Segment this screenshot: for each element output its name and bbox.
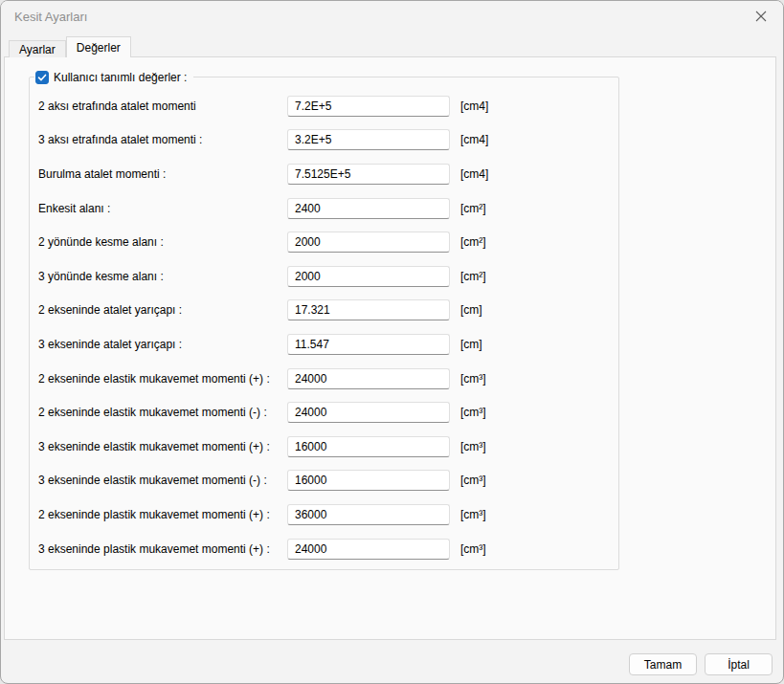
close-button[interactable] <box>739 2 782 31</box>
field-label: 2 aksı etrafında atalet momenti <box>38 99 287 113</box>
unit-label: [cm4] <box>460 133 488 146</box>
field-label: 3 yönünde kesme alanı : <box>38 270 287 283</box>
unit-label: [cm³] <box>460 440 486 453</box>
value-input[interactable] <box>287 539 450 560</box>
values-form: 2 aksı etrafında atalet momenti [cm4] 3 … <box>30 89 618 565</box>
unit-label: [cm³] <box>460 372 486 386</box>
value-input[interactable] <box>287 368 450 389</box>
unit-label: [cm] <box>460 303 482 317</box>
field-label: 3 ekseninde plastik mukavemet momenti (+… <box>38 542 287 556</box>
form-row: Enkesit alanı : [cm²] <box>30 191 618 226</box>
value-input[interactable] <box>287 470 450 491</box>
tabpage-degerler: Kullanıcı tanımlı değerler : 2 aksı etra… <box>4 56 776 640</box>
form-row: 2 aksı etrafında atalet momenti [cm4] <box>30 89 618 123</box>
value-input[interactable] <box>287 232 450 253</box>
field-label: 3 ekseninde atalet yarıçapı : <box>38 338 287 351</box>
unit-label: [cm³] <box>460 406 486 419</box>
field-label: 2 yönünde kesme alanı : <box>38 235 287 249</box>
form-row: 2 ekseninde elastik mukavemet momenti (-… <box>30 395 618 430</box>
field-label: Burulma atalet momenti : <box>38 167 287 181</box>
field-label: 3 ekseninde elastik mukavemet momenti (-… <box>38 474 287 487</box>
field-label: 2 ekseninde atalet yarıçapı : <box>38 303 287 317</box>
value-input[interactable] <box>287 504 450 525</box>
user-defined-values-label: Kullanıcı tanımlı değerler : <box>54 71 187 84</box>
form-row: Burulma atalet momenti : [cm4] <box>30 157 618 191</box>
form-row: 2 yönünde kesme alanı : [cm²] <box>30 225 618 259</box>
unit-label: [cm] <box>460 338 482 351</box>
unit-label: [cm4] <box>460 167 488 181</box>
value-input[interactable] <box>287 129 450 150</box>
unit-label: [cm²] <box>460 270 486 283</box>
unit-label: [cm4] <box>460 99 488 113</box>
tabstrip: Ayarlar Değerler <box>9 36 131 57</box>
value-input[interactable] <box>287 96 450 117</box>
tab-ayarlar-label: Ayarlar <box>19 43 56 56</box>
field-label: 3 aksı etrafında atalet momenti : <box>38 133 287 146</box>
unit-label: [cm²] <box>460 202 486 215</box>
tab-degerler[interactable]: Değerler <box>66 36 131 57</box>
unit-label: [cm³] <box>460 508 486 521</box>
user-defined-values-groupbox: Kullanıcı tanımlı değerler : 2 aksı etra… <box>29 77 619 570</box>
form-row: 2 ekseninde elastik mukavemet momenti (+… <box>30 362 618 396</box>
unit-label: [cm³] <box>460 542 486 556</box>
close-icon <box>755 11 767 22</box>
field-label: 3 ekseninde elastik mukavemet momenti (+… <box>38 440 287 453</box>
value-input[interactable] <box>287 164 450 185</box>
user-defined-values-checkbox[interactable] <box>35 71 49 84</box>
checkmark-icon <box>37 73 47 82</box>
window-title: Kesit Ayarları <box>14 10 87 24</box>
value-input[interactable] <box>287 266 450 287</box>
ok-button[interactable]: Tamam <box>629 653 697 675</box>
form-row: 3 ekseninde elastik mukavemet momenti (-… <box>30 464 618 498</box>
tab-ayarlar[interactable]: Ayarlar <box>9 40 66 57</box>
field-label: 2 ekseninde elastik mukavemet momenti (+… <box>38 372 287 386</box>
value-input[interactable] <box>287 198 450 219</box>
value-input[interactable] <box>287 299 450 320</box>
form-row: 3 ekseninde plastik mukavemet momenti (+… <box>30 532 618 566</box>
cancel-button[interactable]: İptal <box>705 653 773 675</box>
form-row: 2 ekseninde plastik mukavemet momenti (+… <box>30 497 618 532</box>
value-input[interactable] <box>287 402 450 423</box>
value-input[interactable] <box>287 436 450 457</box>
form-row: 3 aksı etrafında atalet momenti : [cm4] <box>30 123 618 158</box>
titlebar[interactable]: Kesit Ayarları <box>1 1 783 32</box>
field-label: 2 ekseninde plastik mukavemet momenti (+… <box>38 508 287 521</box>
unit-label: [cm²] <box>460 235 486 249</box>
unit-label: [cm³] <box>460 474 486 487</box>
form-row: 2 ekseninde atalet yarıçapı : [cm] <box>30 294 618 328</box>
value-input[interactable] <box>287 334 450 355</box>
section-settings-dialog: Kesit Ayarları Ayarlar Değerler <box>0 0 784 684</box>
form-row: 3 yönünde kesme alanı : [cm²] <box>30 259 618 294</box>
form-row: 3 ekseninde atalet yarıçapı : [cm] <box>30 327 618 362</box>
field-label: Enkesit alanı : <box>38 202 287 215</box>
groupbox-legend: Kullanıcı tanımlı değerler : <box>34 70 193 85</box>
form-row: 3 ekseninde elastik mukavemet momenti (+… <box>30 430 618 464</box>
tab-degerler-label: Değerler <box>77 41 121 55</box>
field-label: 2 ekseninde elastik mukavemet momenti (-… <box>38 406 287 419</box>
